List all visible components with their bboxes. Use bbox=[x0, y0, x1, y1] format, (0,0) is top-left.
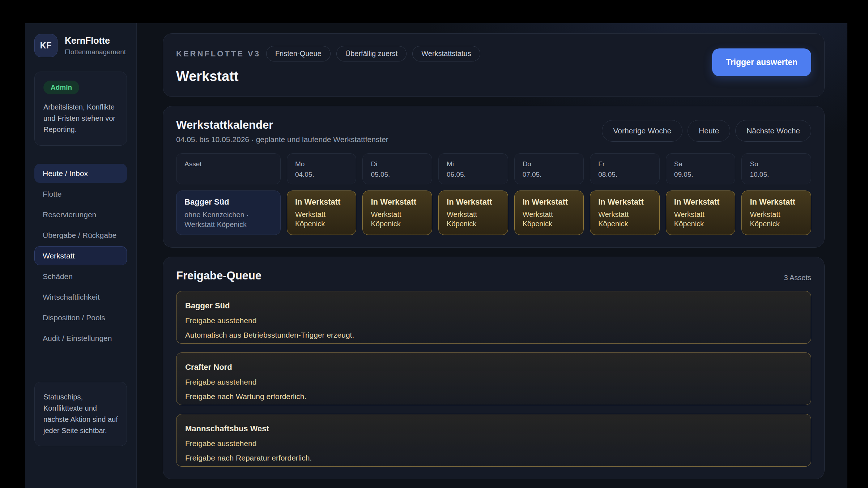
chip-werkstattstatus[interactable]: Werkstattstatus bbox=[412, 46, 480, 61]
app-version-label: KERNFLOTTE V3 bbox=[176, 49, 260, 59]
asset-name: Bagger Süd bbox=[184, 197, 272, 207]
workshop-window-cell-di[interactable]: In Werkstatt Werkstatt Köpenick bbox=[362, 191, 432, 235]
sidebar-item-reservierungen[interactable]: Reservierungen bbox=[34, 205, 127, 224]
app-subtitle: Flottenmanagement bbox=[65, 48, 126, 56]
workshop-window-cell-so[interactable]: In Werkstatt Werkstatt Köpenick bbox=[741, 191, 811, 235]
workshop-window-cell-mi[interactable]: In Werkstatt Werkstatt Köpenick bbox=[438, 191, 508, 235]
queue-note: Automatisch aus Betriebsstunden-Trigger … bbox=[185, 331, 802, 339]
queue-status: Freigabe ausstehend bbox=[185, 316, 802, 325]
queue-title: Freigabe-Queue bbox=[176, 269, 261, 282]
calendar-grid: Asset Mo04.05. Di05.05. Mi06.05. Do07.05… bbox=[176, 153, 811, 235]
page-header-card: KERNFLOTTE V3 Fristen-Queue Überfällig z… bbox=[163, 33, 825, 97]
trigger-auswerten-button[interactable]: Trigger auswerten bbox=[712, 48, 811, 76]
queue-header: Freigabe-Queue 3 Assets bbox=[176, 269, 811, 282]
calendar-day-header-fr: Fr08.05. bbox=[590, 153, 660, 184]
asset-meta: ohne Kennzeichen · Werkstatt Köpenick bbox=[184, 210, 272, 230]
previous-week-button[interactable]: Vorherige Woche bbox=[602, 120, 682, 142]
calendar-asset-cell: Bagger Süd ohne Kennzeichen · Werkstatt … bbox=[176, 191, 281, 235]
main-content: KERNFLOTTE V3 Fristen-Queue Überfällig z… bbox=[137, 23, 847, 488]
queue-item-crafter-nord[interactable]: Crafter Nord Freigabe ausstehend Freigab… bbox=[176, 352, 811, 405]
sidebar-item-audit-einstellungen[interactable]: Audit / Einstellungen bbox=[34, 329, 127, 348]
sidebar-item-werkstatt[interactable]: Werkstatt bbox=[34, 246, 127, 265]
today-button[interactable]: Heute bbox=[688, 120, 730, 142]
workshop-window-cell-do[interactable]: In Werkstatt Werkstatt Köpenick bbox=[514, 191, 584, 235]
app-window: KF KernFlotte Flottenmanagement Admin Ar… bbox=[25, 23, 847, 488]
sidebar-item-uebergabe-rueckgabe[interactable]: Übergabe / Rückgabe bbox=[34, 226, 127, 245]
sidebar-item-disposition-pools[interactable]: Disposition / Pools bbox=[34, 308, 127, 327]
workshop-window-cell-mo[interactable]: In Werkstatt Werkstatt Köpenick bbox=[287, 191, 357, 235]
calendar-title: Werkstattkalender bbox=[176, 119, 388, 132]
sidebar-item-wirtschaftlichkeit[interactable]: Wirtschaftlichkeit bbox=[34, 287, 127, 307]
queue-note: Freigabe nach Reparatur erforderlich. bbox=[185, 454, 802, 462]
werkstattkalender-card: Werkstattkalender 04.05. bis 10.05.2026 … bbox=[163, 106, 825, 248]
chip-ueberfaellig-zuerst[interactable]: Überfällig zuerst bbox=[336, 46, 407, 61]
queue-count: 3 Assets bbox=[784, 274, 811, 282]
calendar-day-header-so: So10.05. bbox=[741, 153, 811, 184]
app-logo-avatar: KF bbox=[34, 34, 58, 57]
queue-note: Freigabe nach Wartung erforderlich. bbox=[185, 392, 802, 401]
sidebar: KF KernFlotte Flottenmanagement Admin Ar… bbox=[25, 23, 137, 488]
calendar-day-header-mi: Mi06.05. bbox=[438, 153, 508, 184]
sidebar-footer-note: Statuschips, Konflikttexte und nächste A… bbox=[34, 382, 127, 446]
brand-text: KernFlotte Flottenmanagement bbox=[65, 35, 126, 56]
role-card: Admin Arbeitslisten, Konflikte und Frist… bbox=[34, 72, 127, 146]
role-note: Arbeitslisten, Konflikte und Fristen ste… bbox=[43, 102, 118, 135]
role-badge: Admin bbox=[43, 81, 79, 94]
calendar-title-block: Werkstattkalender 04.05. bis 10.05.2026 … bbox=[176, 119, 388, 144]
freigabe-queue-card: Freigabe-Queue 3 Assets Bagger Süd Freig… bbox=[163, 257, 825, 479]
sidebar-nav: Heute / Inbox Flotte Reservierungen Über… bbox=[34, 164, 127, 349]
calendar-header: Werkstattkalender 04.05. bis 10.05.2026 … bbox=[176, 119, 811, 144]
sidebar-item-schaeden[interactable]: Schäden bbox=[34, 267, 127, 286]
brand: KF KernFlotte Flottenmanagement bbox=[34, 34, 127, 57]
app-name: KernFlotte bbox=[65, 35, 126, 46]
calendar-week-nav: Vorherige Woche Heute Nächste Woche bbox=[602, 120, 811, 142]
chip-fristen-queue[interactable]: Fristen-Queue bbox=[266, 46, 331, 61]
calendar-day-header-sa: Sa09.05. bbox=[666, 153, 736, 184]
queue-item-bagger-sued[interactable]: Bagger Süd Freigabe ausstehend Automatis… bbox=[176, 291, 811, 344]
workshop-window-cell-sa[interactable]: In Werkstatt Werkstatt Köpenick bbox=[666, 191, 736, 235]
calendar-subtitle: 04.05. bis 10.05.2026 · geplante und lau… bbox=[176, 135, 388, 144]
queue-status: Freigabe ausstehend bbox=[185, 378, 802, 386]
queue-item-mannschaftsbus-west[interactable]: Mannschaftsbus West Freigabe ausstehend … bbox=[176, 414, 811, 467]
calendar-day-header-do: Do07.05. bbox=[514, 153, 584, 184]
queue-status: Freigabe ausstehend bbox=[185, 439, 802, 448]
workshop-window-cell-fr[interactable]: In Werkstatt Werkstatt Köpenick bbox=[590, 191, 660, 235]
calendar-asset-header: Asset bbox=[176, 153, 281, 184]
next-week-button[interactable]: Nächste Woche bbox=[735, 120, 811, 142]
calendar-day-header-mo: Mo04.05. bbox=[287, 153, 357, 184]
calendar-day-header-di: Di05.05. bbox=[362, 153, 432, 184]
sidebar-item-flotte[interactable]: Flotte bbox=[34, 184, 127, 204]
sidebar-item-heute-inbox[interactable]: Heute / Inbox bbox=[34, 164, 127, 183]
